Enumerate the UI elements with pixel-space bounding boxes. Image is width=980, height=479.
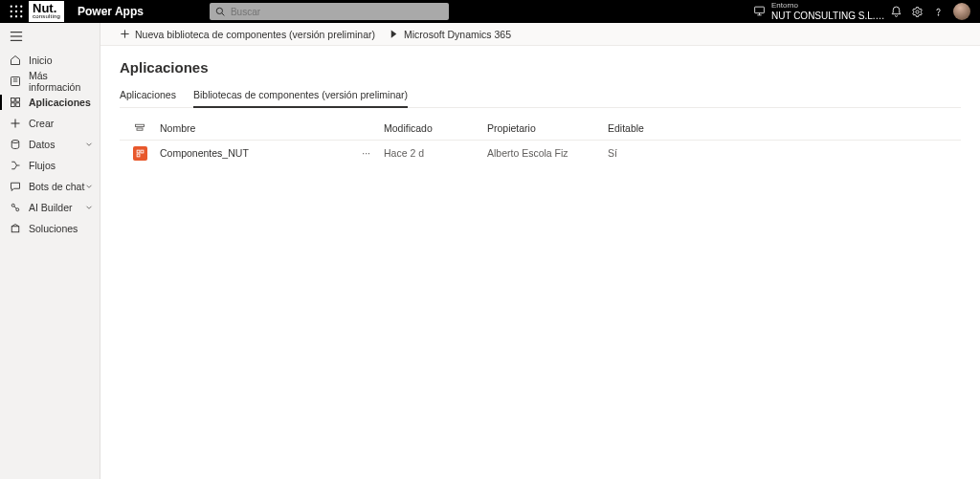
- tab-bibliotecas[interactable]: Bibliotecas de componentes (versión prel…: [193, 89, 408, 108]
- svg-rect-37: [137, 150, 140, 153]
- sidebar-item-label: Crear: [29, 118, 54, 129]
- environment-value: NUT CONSULTING S.L. (...: [771, 11, 886, 21]
- new-component-library-button[interactable]: Nueva biblioteca de componentes (versión…: [120, 29, 375, 40]
- logo-text-small: consulting: [33, 14, 60, 19]
- data-icon: [10, 139, 21, 150]
- component-library-icon: [133, 146, 147, 161]
- top-header: Nut. consulting Power Apps Entorno NUT C…: [0, 0, 980, 23]
- home-icon: [10, 54, 21, 66]
- data-grid: Nombre Modificado Propietario Editable C…: [120, 116, 961, 165]
- svg-point-4: [15, 11, 17, 12]
- help-icon[interactable]: [928, 1, 949, 22]
- svg-point-9: [216, 8, 222, 13]
- column-header-editable[interactable]: Editable: [608, 122, 703, 134]
- row-modified: Hace 2 d: [384, 147, 487, 159]
- svg-point-3: [11, 11, 12, 12]
- chat-icon: [10, 181, 21, 192]
- sidebar-item-mas-informacion[interactable]: Más información: [0, 71, 100, 92]
- svg-point-2: [20, 6, 22, 8]
- row-app-icon: [120, 146, 160, 161]
- row-owner: Alberto Escola Fiz: [487, 147, 608, 159]
- svg-rect-38: [141, 150, 144, 153]
- tenant-logo: Nut. consulting: [29, 1, 64, 22]
- tab-aplicaciones[interactable]: Aplicaciones: [120, 89, 176, 107]
- main: Nueva biblioteca de componentes (versión…: [100, 23, 980, 479]
- column-header-name[interactable]: Nombre: [160, 122, 384, 134]
- settings-icon[interactable]: [907, 1, 928, 22]
- svg-rect-36: [137, 128, 143, 130]
- sidebar-item-label: Inicio: [29, 54, 53, 66]
- svg-rect-39: [137, 154, 140, 157]
- sidebar-item-ai-builder[interactable]: AI Builder: [0, 197, 100, 218]
- svg-point-6: [11, 15, 12, 17]
- search-wrap: [210, 3, 449, 20]
- user-avatar[interactable]: [953, 3, 970, 20]
- notifications-icon[interactable]: [886, 1, 907, 22]
- sidebar-item-label: Más información: [29, 70, 100, 93]
- row-more-actions[interactable]: ···: [362, 147, 370, 159]
- svg-point-14: [916, 10, 919, 12]
- row-editable: Sí: [608, 147, 703, 159]
- sidebar-item-datos[interactable]: Datos: [0, 134, 100, 155]
- cmd-label: Nueva biblioteca de componentes (versión…: [135, 29, 375, 40]
- svg-rect-35: [136, 124, 145, 126]
- environment-icon: [753, 5, 766, 17]
- sidebar-item-flujos[interactable]: Flujos: [0, 155, 100, 176]
- grid-header: Nombre Modificado Propietario Editable: [120, 116, 961, 141]
- sidebar-item-label: Aplicaciones: [29, 97, 91, 108]
- column-header-owner[interactable]: Propietario: [487, 122, 608, 134]
- sidebar-item-label: Flujos: [29, 160, 56, 171]
- sidebar-item-label: AI Builder: [29, 202, 73, 213]
- svg-point-0: [11, 6, 12, 8]
- sidebar-item-inicio[interactable]: Inicio: [0, 50, 100, 71]
- ai-icon: [10, 202, 21, 213]
- sidebar-item-label: Datos: [29, 139, 55, 150]
- chevron-down-icon: [84, 182, 94, 191]
- column-header-modified[interactable]: Modificado: [384, 122, 487, 134]
- svg-rect-11: [755, 8, 765, 14]
- sidebar-toggle[interactable]: [0, 23, 100, 50]
- svg-point-1: [15, 6, 17, 8]
- svg-line-31: [14, 207, 16, 208]
- chevron-down-icon: [84, 140, 94, 149]
- plus-icon: [10, 118, 21, 129]
- svg-rect-25: [16, 103, 20, 107]
- app-launcher-icon[interactable]: [6, 1, 27, 22]
- cmd-label: Microsoft Dynamics 365: [404, 29, 511, 40]
- sidebar-item-bots[interactable]: Bots de chat: [0, 176, 100, 197]
- environment-text: Entorno NUT CONSULTING S.L. (...: [771, 2, 886, 21]
- sidebar-item-label: Bots de chat: [29, 181, 84, 192]
- svg-point-28: [11, 141, 19, 143]
- svg-point-15: [939, 14, 940, 15]
- sidebar: Inicio Más información Aplicaciones Crea…: [0, 23, 100, 479]
- environment-picker[interactable]: Entorno NUT CONSULTING S.L. (...: [753, 2, 886, 21]
- sidebar-item-aplicaciones[interactable]: Aplicaciones: [0, 92, 100, 113]
- environment-label: Entorno: [771, 2, 886, 11]
- row-name: Componentes_NUT: [160, 147, 249, 159]
- svg-rect-22: [11, 98, 15, 102]
- svg-line-10: [222, 13, 225, 16]
- book-icon: [10, 76, 21, 87]
- sidebar-item-label: Soluciones: [29, 223, 78, 234]
- page-title: Aplicaciones: [120, 59, 961, 76]
- search-icon: [215, 7, 225, 16]
- svg-point-5: [20, 11, 22, 12]
- content: Aplicaciones Aplicaciones Bibliotecas de…: [100, 46, 980, 165]
- sidebar-item-crear[interactable]: Crear: [0, 113, 100, 134]
- flow-icon: [10, 160, 21, 171]
- tabs: Aplicaciones Bibliotecas de componentes …: [120, 89, 961, 108]
- svg-rect-32: [11, 227, 19, 232]
- search-input[interactable]: [210, 3, 449, 20]
- dynamics-365-button[interactable]: Microsoft Dynamics 365: [389, 29, 511, 40]
- table-row[interactable]: Componentes_NUT ··· Hace 2 d Alberto Esc…: [120, 141, 961, 165]
- body: Inicio Más información Aplicaciones Crea…: [0, 23, 980, 479]
- solutions-icon: [10, 223, 21, 234]
- chevron-down-icon: [84, 203, 94, 212]
- apps-icon: [10, 97, 21, 108]
- sidebar-item-soluciones[interactable]: Soluciones: [0, 218, 100, 239]
- svg-point-7: [15, 15, 17, 17]
- svg-point-8: [20, 15, 22, 17]
- filter-button[interactable]: [120, 122, 160, 134]
- svg-rect-24: [11, 103, 15, 107]
- svg-rect-23: [16, 98, 20, 102]
